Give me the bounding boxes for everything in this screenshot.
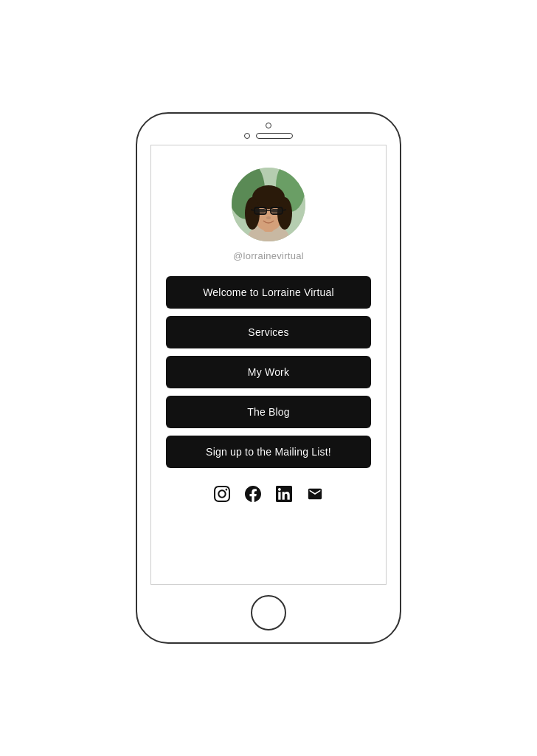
linkedin-icon[interactable] (276, 486, 292, 504)
phone-bottom-bar (137, 585, 400, 642)
services-button[interactable]: Services (166, 316, 371, 348)
svg-rect-9 (255, 209, 266, 213)
svg-line-15 (283, 210, 286, 210)
the-blog-button[interactable]: The Blog (166, 396, 371, 428)
facebook-icon[interactable] (245, 486, 261, 504)
speaker-grill (256, 133, 293, 139)
page-background: @lorrainevirtual Welcome to Lorraine Vir… (0, 0, 537, 756)
avatar-image (232, 168, 305, 241)
instagram-icon[interactable] (214, 486, 230, 504)
mailing-list-button[interactable]: Sign up to the Mailing List! (166, 436, 371, 468)
svg-line-14 (251, 210, 254, 210)
username-label: @lorrainevirtual (233, 250, 304, 261)
svg-rect-10 (271, 209, 282, 213)
welcome-button[interactable]: Welcome to Lorraine Virtual (166, 276, 371, 309)
home-button[interactable] (251, 595, 286, 630)
svg-point-8 (277, 197, 292, 230)
social-icons-row (214, 486, 323, 504)
speaker-row (244, 133, 293, 139)
svg-point-16 (266, 216, 271, 219)
phone-frame: @lorrainevirtual Welcome to Lorraine Vir… (136, 112, 401, 644)
avatar (232, 168, 305, 241)
front-camera-dot (266, 123, 271, 128)
svg-point-7 (245, 197, 260, 230)
nav-buttons-container: Welcome to Lorraine Virtual Services My … (166, 276, 371, 468)
my-work-button[interactable]: My Work (166, 356, 371, 388)
email-icon[interactable] (307, 486, 323, 504)
earpiece-dot (244, 133, 250, 139)
phone-screen: @lorrainevirtual Welcome to Lorraine Vir… (150, 145, 387, 585)
phone-top-bar (137, 114, 400, 145)
